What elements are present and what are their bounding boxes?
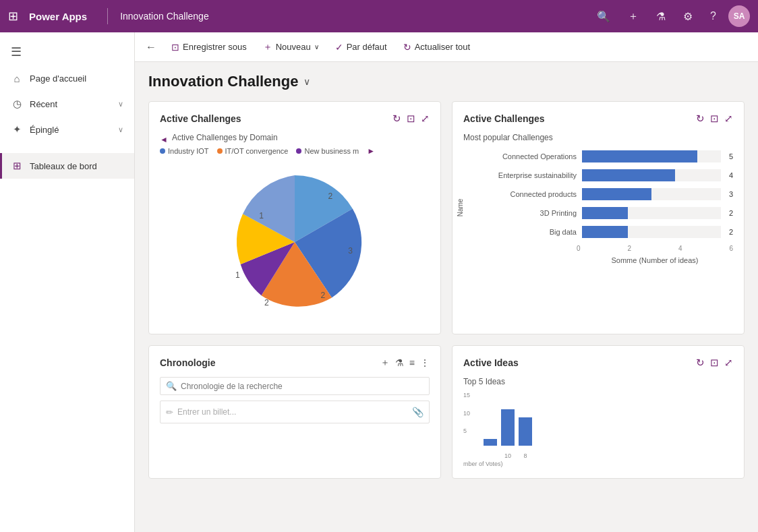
votes-y-label: mber of Votes) <box>463 461 733 467</box>
grid-icon[interactable]: ⊞ <box>8 9 18 24</box>
svg-text:1: 1 <box>235 270 240 280</box>
sidebar-home-label: Page d'accueil <box>30 73 123 84</box>
sidebar-tableaux-label: Tableaux de bord <box>30 161 134 171</box>
bar-row-4: 3D Printing 2 <box>469 207 733 219</box>
expand-card-icon-1[interactable]: ⤢ <box>421 113 430 125</box>
topbar-separator <box>107 8 108 24</box>
cards-grid: Active Challenges ↻ ⊡ ⤢ ◄ Active Challen… <box>148 101 745 334</box>
votes-x-labels: 10 8 <box>484 452 532 459</box>
recent-chevron-icon: ∨ <box>118 100 123 109</box>
bar-value-1: 5 <box>729 152 733 160</box>
chrono-header: Chronologie ＋ ⚗ ≡ ⋮ <box>160 357 430 369</box>
svg-text:3: 3 <box>348 246 353 256</box>
pie-chart-container: 2 3 2 2 1 1 <box>160 161 430 323</box>
chrono-add-icon[interactable]: ＋ <box>380 357 390 369</box>
bar-label-3: Connected products <box>469 190 577 198</box>
chrono-more-icon[interactable]: ⋮ <box>420 357 430 368</box>
copy-card-icon-1[interactable]: ⊡ <box>407 113 415 125</box>
search-icon[interactable]: 🔍 <box>597 10 610 23</box>
chrono-entry[interactable]: ✏ Entrer un billet... 📎 <box>160 401 430 423</box>
page-content: Innovation Challenge ∨ Active Challenges… <box>135 62 758 532</box>
refresh-ideas-icon[interactable]: ↻ <box>696 357 705 369</box>
bar-xlabel-1 <box>484 452 497 459</box>
sidebar-item-recent[interactable]: ◷ Récent ∨ <box>0 91 134 117</box>
toolbar: ← ⊡ Enregistrer sous ＋ Nouveau ∨ ✓ Par d… <box>135 32 758 62</box>
dashboard-icon: ⊞ <box>11 160 23 172</box>
active-ideas-card: Active Ideas ↻ ⊡ ⤢ Top 5 Ideas 15 <box>452 345 745 479</box>
recent-icon: ◷ <box>11 98 23 110</box>
pin-icon: ✦ <box>11 123 23 136</box>
legend-item-2: IT/OT convergence <box>217 147 289 155</box>
default-button[interactable]: ✓ Par défaut <box>328 38 394 56</box>
chrono-attach-icon[interactable]: 📎 <box>412 407 424 417</box>
pinned-chevron-icon: ∨ <box>118 125 123 134</box>
x-axis-label: Somme (Number of ideas) <box>463 256 733 264</box>
x-tick-2: 2 <box>627 245 631 252</box>
card-header-2: Active Challenges ↻ ⊡ ⤢ <box>463 113 733 125</box>
help-icon[interactable]: ? <box>710 10 716 22</box>
expand-card-icon-2[interactable]: ⤢ <box>724 113 733 125</box>
page-title: Innovation Challenge <box>148 73 298 90</box>
chrono-search-box[interactable]: 🔍 <box>160 377 430 395</box>
chart-next-icon[interactable]: ► <box>367 146 375 156</box>
card-actions-1: ↻ ⊡ ⤢ <box>392 113 430 125</box>
card-title-1: Active Challenges <box>160 113 392 124</box>
new-chevron-icon: ∨ <box>314 43 319 51</box>
refresh-button[interactable]: ↻ Actualiser tout <box>397 38 477 56</box>
pie-chart-svg: 2 3 2 2 1 1 <box>221 168 369 316</box>
card-actions-2: ↻ ⊡ ⤢ <box>696 113 733 125</box>
chrono-sort-icon[interactable]: ≡ <box>409 357 415 368</box>
add-icon[interactable]: ＋ <box>628 9 639 24</box>
svg-text:2: 2 <box>328 191 333 201</box>
sidebar-item-tableaux[interactable]: ⊞ Tableaux de bord <box>0 153 134 179</box>
card-title-2: Active Challenges <box>463 113 696 124</box>
legend-dot-1 <box>160 148 165 154</box>
chrono-search-input[interactable] <box>181 382 424 391</box>
y-axis-label: Name <box>457 198 464 216</box>
bar-xlabel-2: 10 <box>501 452 515 459</box>
home-icon: ⌂ <box>11 73 23 84</box>
sidebar-item-home[interactable]: ⌂ Page d'accueil <box>0 66 134 91</box>
bar-track-2 <box>582 169 721 181</box>
bar-row-3: Connected products 3 <box>469 188 733 200</box>
brand-name: Power Apps <box>29 11 87 22</box>
active-challenges-pie-card: Active Challenges ↻ ⊡ ⤢ ◄ Active Challen… <box>148 101 441 334</box>
card-header-1: Active Challenges ↻ ⊡ ⤢ <box>160 113 430 125</box>
copy-ideas-icon[interactable]: ⊡ <box>710 357 719 369</box>
refresh-card-icon-1[interactable]: ↻ <box>392 113 401 125</box>
back-button[interactable]: ← <box>146 41 156 53</box>
bar-rows: Connected Operations 5 Enterprise sustai… <box>463 150 733 238</box>
refresh-card-icon-2[interactable]: ↻ <box>696 113 705 125</box>
x-tick-6: 6 <box>729 245 733 252</box>
svg-text:2: 2 <box>321 291 326 300</box>
chart-legend: Industry IOT IT/OT convergence New busin… <box>160 146 430 156</box>
content-area: ← ⊡ Enregistrer sous ＋ Nouveau ∨ ✓ Par d… <box>135 32 758 532</box>
topbar: ⊞ Power Apps Innovation Challenge 🔍 ＋ ⚗ … <box>0 0 758 32</box>
chrono-filter-icon[interactable]: ⚗ <box>395 357 404 368</box>
legend-label-2: IT/OT convergence <box>225 147 289 155</box>
votes-bar-3 <box>519 417 532 446</box>
sidebar-item-pinned[interactable]: ✦ Épinglé ∨ <box>0 117 134 142</box>
bar-label-1: Connected Operations <box>469 152 577 160</box>
expand-ideas-icon[interactable]: ⤢ <box>724 357 733 369</box>
bar-track-4 <box>582 207 721 219</box>
y-tick-10: 10 <box>463 410 470 417</box>
svg-text:2: 2 <box>264 298 269 307</box>
save-button[interactable]: ⊡ Enregistrer sous <box>165 38 254 56</box>
bar-row-1: Connected Operations 5 <box>469 150 733 162</box>
votes-y-axis: 15 10 5 <box>463 392 470 446</box>
settings-icon[interactable]: ⚙ <box>683 10 693 23</box>
main-layout: ☰ ⌂ Page d'accueil ◷ Récent ∨ ✦ Épinglé … <box>0 32 758 532</box>
filter-icon[interactable]: ⚗ <box>656 10 666 23</box>
avatar[interactable]: SA <box>728 5 750 27</box>
check-icon: ✓ <box>335 42 343 53</box>
votes-bars <box>484 392 733 446</box>
hamburger-button[interactable]: ☰ <box>0 38 134 66</box>
ideas-subtitle: Top 5 Ideas <box>463 377 733 386</box>
chrono-search-icon: 🔍 <box>166 381 177 391</box>
bar-label-2: Enterprise sustainability <box>469 171 577 179</box>
page-title-chevron-icon[interactable]: ∨ <box>303 76 310 87</box>
chart-prev-icon[interactable]: ◄ <box>160 135 168 144</box>
new-button[interactable]: ＋ Nouveau ∨ <box>256 38 326 57</box>
copy-card-icon-2[interactable]: ⊡ <box>710 113 719 125</box>
